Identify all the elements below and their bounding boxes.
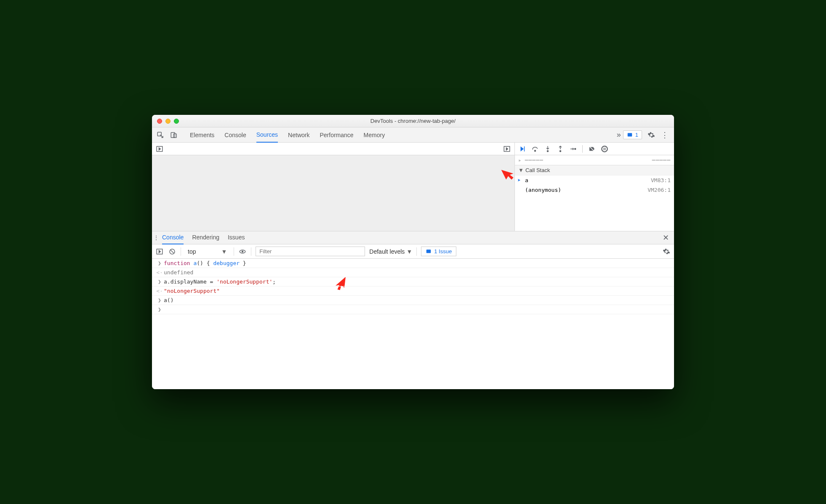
annotation-arrow-callstack	[500, 165, 515, 180]
result-chevron-icon: <·	[155, 269, 164, 276]
editor-toolbar	[152, 143, 515, 155]
issues-count: 1	[635, 132, 638, 138]
console-sidebar-toggle-icon[interactable]	[155, 247, 164, 256]
drawer-kebab-icon[interactable]: ⋮	[152, 233, 160, 242]
console-line: <·"noLongerSupport"	[152, 286, 674, 296]
frame-name: (anonymous)	[525, 187, 561, 193]
callstack-frame[interactable]: (anonymous)VM206:1	[515, 185, 674, 195]
svg-rect-1	[171, 133, 175, 138]
deactivate-breakpoints-icon[interactable]	[588, 145, 596, 153]
callstack-header[interactable]: ▼Call Stack	[515, 165, 674, 175]
step-over-icon[interactable]	[531, 145, 539, 153]
console-toolbar: top ▼ Default levels ▼ 1 Issue	[152, 244, 674, 259]
kebab-menu-icon[interactable]: ⋮	[661, 131, 669, 139]
svg-point-10	[575, 148, 576, 149]
svg-rect-13	[604, 148, 605, 150]
svg-point-8	[547, 150, 549, 151]
svg-rect-20	[426, 249, 431, 253]
step-icon[interactable]	[569, 145, 577, 153]
frame-name: a	[525, 177, 528, 183]
console-line-content: a.displayName = 'noLongerSupport';	[164, 279, 671, 285]
callstack-frame[interactable]: ➤aVM83:1	[515, 175, 674, 185]
show-debugger-icon[interactable]	[503, 145, 511, 153]
current-frame-arrow-icon: ➤	[517, 177, 521, 183]
svg-point-12	[602, 146, 608, 152]
context-selector[interactable]: top ▼	[185, 247, 229, 256]
tab-memory[interactable]: Memory	[364, 128, 385, 142]
drawer-tab-console[interactable]: Console	[162, 231, 184, 244]
console-line: ❯a.displayName = 'noLongerSupport';	[152, 277, 674, 286]
main-tab-bar: ElementsConsoleSourcesNetworkPerformance…	[152, 127, 674, 143]
live-expression-icon[interactable]	[238, 247, 247, 256]
console-line: <·undefined	[152, 268, 674, 277]
window-titlebar: DevTools - chrome://new-tab-page/	[152, 115, 674, 127]
tab-sources[interactable]: Sources	[256, 127, 278, 143]
debugger-sidebar: ▸ ━━━━━ ━━━━━ ▼Call Stack ➤aVM83:1(anony…	[515, 155, 674, 231]
clear-console-icon[interactable]	[168, 247, 176, 256]
frame-location: VM206:1	[647, 187, 671, 193]
window-title: DevTools - chrome://new-tab-page/	[152, 118, 674, 124]
input-chevron-icon: ❯	[155, 297, 164, 303]
log-levels-selector[interactable]: Default levels ▼	[369, 248, 412, 255]
input-chevron-icon: ❯	[155, 279, 164, 285]
drawer-tab-bar: ⋮ ConsoleRenderingIssues ✕	[152, 231, 674, 244]
svg-rect-3	[628, 133, 632, 136]
svg-rect-6	[524, 146, 525, 151]
source-editor-area[interactable]	[152, 155, 515, 231]
console-line-content: "noLongerSupport"	[164, 288, 671, 294]
console-line-content: function a() { debugger }	[164, 260, 671, 266]
console-line-content: a()	[164, 297, 671, 303]
console-output[interactable]: ❯function a() { debugger }<·undefined❯a.…	[152, 259, 674, 389]
result-chevron-icon: <·	[155, 288, 164, 294]
frame-location: VM83:1	[651, 177, 671, 183]
tab-network[interactable]: Network	[288, 128, 309, 142]
prompt-chevron-icon: ❯	[155, 306, 164, 313]
input-chevron-icon: ❯	[155, 260, 164, 266]
svg-point-9	[560, 150, 561, 151]
device-toggle-icon[interactable]	[170, 131, 178, 139]
resume-icon[interactable]	[518, 145, 527, 153]
drawer-tab-issues[interactable]: Issues	[228, 231, 245, 244]
inspect-element-icon[interactable]	[156, 131, 165, 139]
step-out-icon[interactable]	[556, 145, 565, 153]
console-line-content: undefined	[164, 269, 671, 276]
issues-badge[interactable]: 1	[623, 130, 642, 139]
svg-point-7	[535, 150, 536, 151]
debugger-toolbar	[515, 143, 674, 155]
issues-button[interactable]: 1 Issue	[421, 247, 456, 256]
settings-gear-icon[interactable]	[647, 131, 655, 139]
console-filter-input[interactable]	[256, 247, 365, 256]
tab-performance[interactable]: Performance	[320, 128, 353, 142]
more-tabs-chevron-icon[interactable]: »	[615, 131, 623, 139]
console-line: ❯a()	[152, 296, 674, 305]
console-settings-gear-icon[interactable]	[662, 247, 671, 256]
close-drawer-icon[interactable]: ✕	[658, 233, 674, 242]
drawer-tab-rendering[interactable]: Rendering	[192, 231, 219, 244]
console-line: ❯function a() { debugger }	[152, 259, 674, 268]
show-navigator-icon[interactable]	[155, 145, 164, 153]
svg-point-19	[242, 250, 244, 252]
svg-line-17	[171, 250, 174, 253]
tab-elements[interactable]: Elements	[190, 128, 214, 142]
console-line: ❯	[152, 305, 674, 314]
devtools-window: DevTools - chrome://new-tab-page/ Elemen…	[152, 115, 674, 389]
sources-panel: ▸ ━━━━━ ━━━━━ ▼Call Stack ➤aVM83:1(anony…	[152, 143, 674, 231]
svg-rect-14	[605, 148, 606, 150]
step-into-icon[interactable]	[544, 145, 552, 153]
pause-on-exceptions-icon[interactable]	[600, 145, 609, 153]
tab-console[interactable]: Console	[224, 128, 246, 142]
